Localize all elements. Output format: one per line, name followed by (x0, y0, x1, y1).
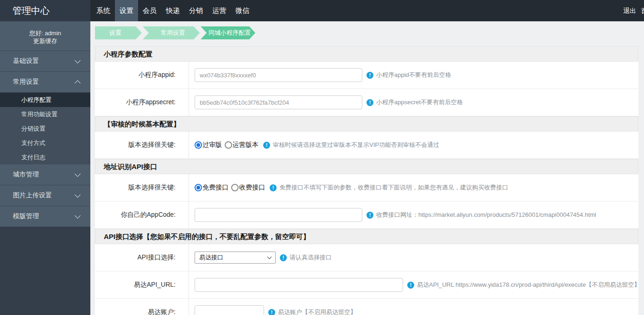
breadcrumb-item-common-settings[interactable]: 常用设置 (143, 26, 200, 39)
api-select-value: 易达接口 (199, 253, 223, 262)
radio-unchecked-icon[interactable] (225, 141, 232, 149)
form-row-appcode: 你自己的AppCode: 收费接口网址：https://market.aliyu… (95, 202, 638, 229)
info-icon (268, 309, 275, 315)
logout-link[interactable]: 退出 (623, 0, 636, 21)
sidebar-item-basic-settings[interactable]: 基础设置 (0, 51, 90, 72)
form-row-api-select: API接口选择: 易达接口 请认真选择接口 (95, 244, 638, 271)
radio-option-label: 运营版本 (233, 141, 259, 149)
section-header-api-select: API接口选择【您如果不启用的接口，不要乱配置参数，留空即可】 (95, 229, 638, 244)
appsecret-input[interactable] (195, 95, 362, 109)
update-cache-link[interactable]: 更新缓存 (33, 38, 57, 44)
sidebar: 您好: admin 更新缓存 基础设置 常用设置 小程序配置 常用功能设置 分销… (0, 21, 90, 315)
nav-item-settings[interactable]: 设置 (115, 0, 138, 21)
breadcrumb-item-settings[interactable]: 设置 (95, 26, 142, 39)
yida-url-label: 易达API_URL: (95, 271, 189, 298)
section-header-review-config: 【审核的时候基本配置】 (95, 116, 638, 132)
appcode-label: 你自己的AppCode: (95, 202, 189, 228)
version-select-tip: 审核时候请选择这里过审版本不显示VIP功能否则审核不会通过 (273, 141, 439, 149)
nav-item-operation[interactable]: 运营 (208, 0, 231, 21)
version-select-label: 版本选择很关键: (95, 132, 189, 158)
breadcrumb-item-current: 同城小程序配置 (201, 26, 255, 39)
app-title: 管理中心 (0, 0, 90, 21)
greeting-text: 您好: admin (0, 29, 90, 37)
nav-item-members[interactable]: 会员 (138, 0, 161, 21)
chevron-up-icon (75, 80, 81, 86)
sidebar-item-label: 城市管理 (13, 170, 39, 179)
radio-option-label: 免费接口 (202, 183, 228, 192)
yida-account-tip: 易达账户【不启用易达留空】 (278, 308, 356, 315)
yida-account-label: 易达账户: (95, 299, 189, 315)
sidebar-item-template-management[interactable]: 模版管理 (0, 206, 90, 227)
form-row-version-select: 版本选择很关键: 过审版 运营版本 审核时候请选择这里过审版本不显示VIP功能否… (95, 132, 638, 159)
sidebar-item-label: 图片上传设置 (13, 191, 52, 200)
sidebar-item-label: 模版管理 (13, 212, 39, 220)
chevron-down-icon (75, 192, 81, 198)
nav-item-wechat[interactable]: 微信 (231, 0, 254, 21)
appid-label: 小程序appid: (95, 62, 189, 88)
appid-input[interactable] (195, 68, 362, 82)
sidebar-item-image-upload[interactable]: 图片上传设置 (0, 185, 90, 206)
info-icon (263, 142, 270, 149)
yida-url-input[interactable] (195, 278, 403, 292)
api-select-dropdown[interactable]: 易达接口 (195, 252, 276, 264)
user-box: 您好: admin 更新缓存 (0, 21, 90, 51)
chevron-down-icon (267, 254, 272, 259)
sidebar-subitem-payment-logs[interactable]: 支付日志 (0, 150, 90, 164)
settings-form: 小程序参数配置 小程序appid: 小程序appid不要有前后空格 小程序app… (95, 46, 638, 315)
api-mode-label: 版本选择很关键: (95, 174, 189, 201)
top-nav: 系统 设置 会员 快递 分销 运营 微信 (92, 0, 254, 21)
nav-item-express[interactable]: 快递 (161, 0, 184, 21)
form-row-api-mode: 版本选择很关键: 免费接口 收费接口 免费接口不填写下面的参数，收费接口看下面说… (95, 174, 638, 202)
radio-unchecked-icon[interactable] (231, 184, 239, 191)
sidebar-subitem-miniprogram-config[interactable]: 小程序配置 (0, 93, 90, 107)
sidebar-item-common-settings[interactable]: 常用设置 (0, 72, 90, 93)
yida-account-input[interactable] (195, 305, 264, 315)
section-header-address-api: 地址识别API接口 (95, 159, 638, 174)
sidebar-item-label: 常用设置 (13, 78, 39, 86)
yida-url-tip: 易达API_URL https://www.yida178.cn/prod-ap… (417, 281, 640, 289)
api-select-label: API接口选择: (95, 244, 189, 271)
info-icon (366, 72, 373, 79)
sidebar-subitem-common-functions[interactable]: 常用功能设置 (0, 107, 90, 121)
form-row-appid: 小程序appid: 小程序appid不要有前后空格 (95, 62, 638, 89)
api-mode-tip: 免费接口不填写下面的参数，收费接口看下面说明，如果您有遇见，建议购买收费接口 (279, 183, 508, 192)
form-row-yida-account: 易达账户: 易达账户【不启用易达留空】 (95, 299, 638, 315)
api-select-tip: 请认真选择接口 (290, 253, 332, 262)
nav-item-system[interactable]: 系统 (92, 0, 115, 21)
info-icon (366, 212, 373, 219)
info-icon (270, 184, 277, 191)
breadcrumb: 设置 常用设置 同城小程序配置 (95, 26, 256, 39)
nav-item-distribution[interactable]: 分销 (184, 0, 208, 21)
radio-option-label: 收费接口 (239, 183, 265, 192)
radio-checked-icon[interactable] (195, 184, 202, 191)
appcode-input[interactable] (195, 208, 362, 222)
appcode-tip: 收费接口网址：https://market.aliyun.com/product… (376, 211, 596, 219)
chevron-down-icon (75, 57, 81, 63)
sidebar-item-city-management[interactable]: 城市管理 (0, 164, 90, 185)
section-header-miniprogram-params: 小程序参数配置 (95, 46, 638, 62)
sidebar-subitem-distribution-settings[interactable]: 分销设置 (0, 121, 90, 136)
form-row-appsecret: 小程序appsecret: 小程序appsecret不要有前后空格 (95, 89, 638, 116)
appsecret-tip: 小程序appsecret不要有前后空格 (376, 98, 463, 107)
info-icon (366, 99, 373, 106)
chevron-down-icon (75, 213, 81, 219)
radio-checked-icon[interactable] (195, 141, 202, 149)
form-row-yida-url: 易达API_URL: 易达API_URL https://www.yida178… (95, 271, 638, 299)
sidebar-item-label: 基础设置 (13, 57, 39, 65)
topbar: 管理中心 系统 设置 会员 快递 分销 运营 微信 退出 首 (0, 0, 644, 21)
radio-option-label: 过审版 (202, 141, 222, 149)
appid-tip: 小程序appid不要有前后空格 (376, 71, 451, 79)
appsecret-label: 小程序appsecret: (95, 89, 189, 116)
sidebar-subitem-payment-methods[interactable]: 支付方式 (0, 136, 90, 150)
chevron-down-icon (75, 171, 81, 177)
sidebar-submenu: 小程序配置 常用功能设置 分销设置 支付方式 支付日志 (0, 93, 90, 164)
info-icon (280, 254, 287, 261)
info-icon (407, 282, 414, 289)
home-link[interactable]: 首 (641, 0, 644, 21)
